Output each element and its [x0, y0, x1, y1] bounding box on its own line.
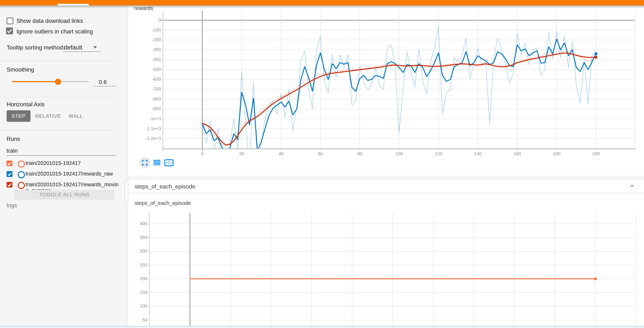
- y-tick-label: -1.1e+3: [134, 126, 161, 131]
- y-tick-label: -900: [134, 106, 161, 111]
- runs-footer-logs: logs: [6, 202, 17, 209]
- y-tick-label: -800: [134, 96, 161, 102]
- check-icon: [6, 27, 13, 34]
- y-tick-label: -1.2e+3: [134, 136, 161, 141]
- horizontal-axis-label: Horizontal Axis: [6, 101, 44, 108]
- y-tick-label: -100: [134, 27, 161, 32]
- tooltip-sort-label: Tooltip sorting method:: [6, 44, 64, 51]
- x-tick-label: 60: [312, 151, 330, 156]
- fit-domain-icon[interactable]: [164, 159, 174, 166]
- y-tick-label: -600: [134, 77, 161, 82]
- tooltip-sort-underline: [63, 51, 101, 52]
- chevron-up-icon[interactable]: [629, 183, 635, 189]
- tooltip-sort-dropdown[interactable]: default: [64, 44, 82, 51]
- run-radio[interactable]: [18, 171, 25, 178]
- sidebar-scrollbar-thumb[interactable]: [125, 181, 128, 202]
- divider: [0, 130, 116, 130]
- smoothing-slider-fill: [12, 81, 58, 82]
- run-checkbox[interactable]: [6, 182, 12, 188]
- x-tick-label: 100: [390, 151, 408, 156]
- run-checkbox[interactable]: [6, 171, 12, 177]
- smoothing-label: Smoothing: [6, 66, 34, 73]
- rewards-chart-toolbar: [134, 157, 180, 169]
- rewards-chart-plot[interactable]: [163, 11, 636, 149]
- smoothing-value[interactable]: 0.6: [99, 79, 107, 85]
- show-download-links-label: Show data download links: [16, 17, 83, 24]
- run-name: train/20201015-192417/rewards_raw: [26, 171, 120, 177]
- steps-chart-plot[interactable]: [150, 213, 644, 328]
- tensorboard-app: Show data download links Ignore outliers…: [0, 0, 644, 328]
- y-tick-label: 0: [134, 17, 161, 23]
- x-tick-label: 0: [193, 151, 212, 156]
- runs-filter-input[interactable]: train: [6, 147, 18, 154]
- divider: [0, 61, 116, 61]
- settings-sidebar: Show data download links Ignore outliers…: [0, 5, 128, 328]
- fullscreen-icon[interactable]: [138, 157, 151, 169]
- ignore-outliers-label: Ignore outliers in chart scaling: [16, 28, 93, 35]
- run-radio[interactable]: [18, 182, 25, 189]
- x-tick-label: 120: [430, 151, 448, 156]
- axis-option-wall[interactable]: WALL: [65, 110, 86, 122]
- runs-filter-underline: [6, 155, 116, 156]
- divider: [0, 97, 116, 97]
- x-axis-line: [162, 148, 636, 149]
- show-download-links-checkbox[interactable]: [6, 17, 13, 24]
- x-tick-label: 20: [232, 151, 251, 156]
- y-tick-label: -400: [134, 57, 161, 62]
- run-checkbox[interactable]: [6, 161, 12, 166]
- horizontal-scrollbar[interactable]: [0, 326, 644, 328]
- rewards-chart-title: rewards: [134, 5, 153, 11]
- x-tick-label: 160: [508, 151, 526, 156]
- chevron-down-icon[interactable]: [93, 46, 97, 49]
- y-tick-label: -200: [134, 37, 161, 42]
- x-tick-label: 180: [548, 151, 566, 156]
- y-tick-label: -500: [134, 67, 161, 72]
- x-tick-label: 140: [469, 151, 487, 156]
- runs-label: Runs: [6, 136, 20, 142]
- x-tick-label: 80: [351, 151, 369, 156]
- toggle-all-runs-button[interactable]: TOGGLE ALL RUNS: [14, 190, 114, 200]
- steps-chart-title: steps_of_each_episode: [134, 200, 191, 206]
- run-name: train/20201015-192417: [26, 160, 120, 166]
- y-tick-label: -1e+3: [134, 116, 161, 121]
- run-radio[interactable]: [18, 161, 25, 168]
- smoothing-value-underline: [94, 86, 116, 86]
- axis-option-step[interactable]: STEP: [6, 110, 30, 122]
- active-tab-indicator: [58, 4, 89, 5]
- section-header-steps-of-each-episode[interactable]: steps_of_each_episode: [128, 180, 644, 192]
- app-header-bar: [0, 0, 644, 5]
- smoothing-slider-thumb[interactable]: [55, 79, 61, 85]
- axis-option-relative[interactable]: RELATIVE: [34, 110, 62, 122]
- x-tick-label: 40: [272, 151, 290, 156]
- x-tick-label: 200: [587, 151, 605, 156]
- y-tick-label: -300: [134, 47, 161, 52]
- ignore-outliers-checkbox[interactable]: [6, 27, 13, 34]
- data-lines-icon[interactable]: [154, 160, 160, 166]
- section-header-title: steps_of_each_episode: [134, 183, 196, 190]
- y-tick-label: -700: [134, 87, 161, 92]
